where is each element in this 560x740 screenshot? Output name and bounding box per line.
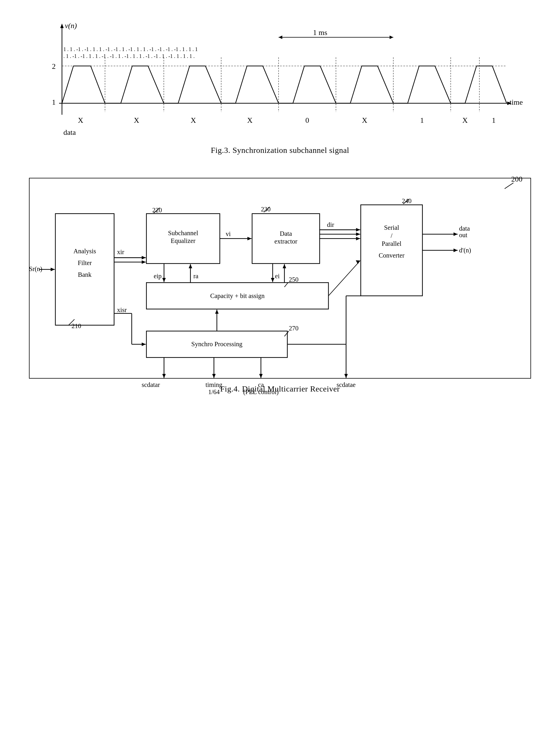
svg-text:Data: Data — [280, 230, 292, 237]
svg-text:1/64: 1/64 — [208, 388, 220, 395]
svg-text:data: data — [64, 128, 76, 136]
svg-marker-118 — [259, 374, 263, 378]
svg-text:v(n): v(n) — [65, 21, 77, 30]
fig4-border: Analysis Filter Bank 210 Subchannel Equa… — [29, 178, 531, 379]
svg-text:xisr: xisr — [117, 306, 127, 313]
svg-text:Serial: Serial — [384, 224, 399, 231]
svg-text:dir: dir — [327, 221, 335, 228]
svg-rect-50 — [361, 205, 422, 296]
svg-marker-84 — [454, 232, 458, 236]
svg-marker-102 — [356, 260, 360, 264]
fig3-caption: Fig.3. Synchronization subchannel signal — [23, 146, 537, 155]
svg-marker-109 — [215, 310, 218, 314]
svg-text:X: X — [462, 116, 468, 124]
fig4-outer: 200 Analysis Filter Bank 210 Subchannel … — [29, 178, 531, 393]
svg-marker-1 — [60, 23, 64, 28]
svg-line-127 — [504, 183, 514, 188]
svg-text:1 ms: 1 ms — [313, 28, 328, 37]
svg-text:250: 250 — [289, 276, 299, 283]
svg-marker-122 — [344, 374, 348, 378]
svg-text:Parallel: Parallel — [382, 240, 402, 247]
fig3-svg: v(n) 2 1 1 ms 1 — [36, 20, 524, 141]
svg-rect-34 — [56, 214, 114, 325]
svg-text:(PLL control): (PLL control) — [243, 388, 279, 395]
svg-text:X: X — [191, 116, 196, 124]
svg-text:1: 1 — [420, 116, 424, 124]
svg-text:out: out — [459, 232, 468, 239]
svg-text:Synchro Processing: Synchro Processing — [191, 341, 243, 348]
svg-marker-19 — [390, 35, 393, 39]
svg-marker-66 — [51, 268, 55, 271]
fig3-container: v(n) 2 1 1 ms 1 — [36, 20, 524, 141]
svg-text:scdatae: scdatae — [337, 381, 356, 388]
svg-marker-79 — [356, 232, 360, 236]
svg-text:time: time — [509, 98, 523, 106]
svg-marker-74 — [247, 237, 251, 240]
svg-text:X: X — [247, 116, 253, 124]
svg-marker-18 — [279, 35, 282, 39]
svg-marker-97 — [271, 278, 274, 282]
svg-marker-71 — [142, 260, 146, 264]
svg-text:xir: xir — [117, 248, 124, 256]
svg-text:Bank: Bank — [78, 271, 92, 278]
svg-text:vi: vi — [226, 230, 231, 238]
svg-text:1  .  1  .  -1  . -1  .   1  .: 1 . 1 . -1 . -1 . 1 . 1 . -1 . -1 . 1 . … — [64, 47, 198, 52]
svg-text:Converter: Converter — [379, 252, 404, 259]
svg-text:d'(n): d'(n) — [459, 247, 471, 254]
svg-text:X: X — [362, 116, 368, 124]
svg-text:Sr(n): Sr(n) — [29, 265, 42, 272]
svg-marker-88 — [454, 249, 458, 252]
svg-marker-69 — [142, 256, 146, 259]
svg-text:scdatar: scdatar — [142, 381, 160, 388]
svg-marker-91 — [162, 278, 166, 282]
svg-text:Subchannel: Subchannel — [168, 229, 198, 237]
page-container: v(n) 2 1 1 ms 1 — [0, 0, 560, 740]
svg-text:ca: ca — [258, 381, 264, 388]
svg-text:X: X — [78, 116, 84, 124]
svg-marker-81 — [356, 237, 360, 240]
svg-text:0: 0 — [305, 116, 309, 124]
svg-text:X: X — [134, 116, 139, 124]
svg-marker-94 — [189, 264, 192, 268]
svg-text:270: 270 — [289, 325, 299, 332]
svg-marker-114 — [212, 374, 216, 378]
svg-text:1: 1 — [52, 98, 56, 106]
svg-text:data: data — [459, 225, 470, 232]
svg-marker-111 — [162, 374, 166, 378]
svg-line-101 — [329, 261, 360, 296]
fig4-svg: Analysis Filter Bank 210 Subchannel Equa… — [29, 178, 531, 378]
svg-text:210: 210 — [72, 322, 81, 330]
svg-text:Capacity + bit assign: Capacity + bit assign — [210, 292, 265, 299]
svg-text:Equalizer: Equalizer — [171, 237, 196, 244]
svg-text:eip: eip — [154, 272, 162, 280]
svg-text:/: / — [391, 232, 393, 239]
svg-text:timing: timing — [205, 381, 222, 388]
svg-text:Filter: Filter — [78, 259, 92, 266]
svg-text:1: 1 — [492, 116, 496, 124]
svg-text:ei: ei — [275, 272, 280, 280]
svg-text:ra: ra — [193, 272, 198, 280]
svg-text:230: 230 — [261, 206, 271, 213]
svg-text:Analysis: Analysis — [74, 248, 96, 255]
fig4-caption: Fig.4. Digital Multicarrier Receiver — [29, 384, 531, 393]
svg-text:extractor: extractor — [274, 238, 297, 245]
svg-marker-100 — [283, 264, 286, 268]
svg-marker-106 — [142, 343, 146, 346]
svg-text:.  1  . -1 . -1  .  1    .  1 : . 1 . -1 . -1 . 1 . 1 . -1 . -1 . 1 . -1… — [64, 53, 194, 59]
svg-text:2: 2 — [52, 62, 56, 71]
svg-marker-77 — [356, 228, 360, 232]
